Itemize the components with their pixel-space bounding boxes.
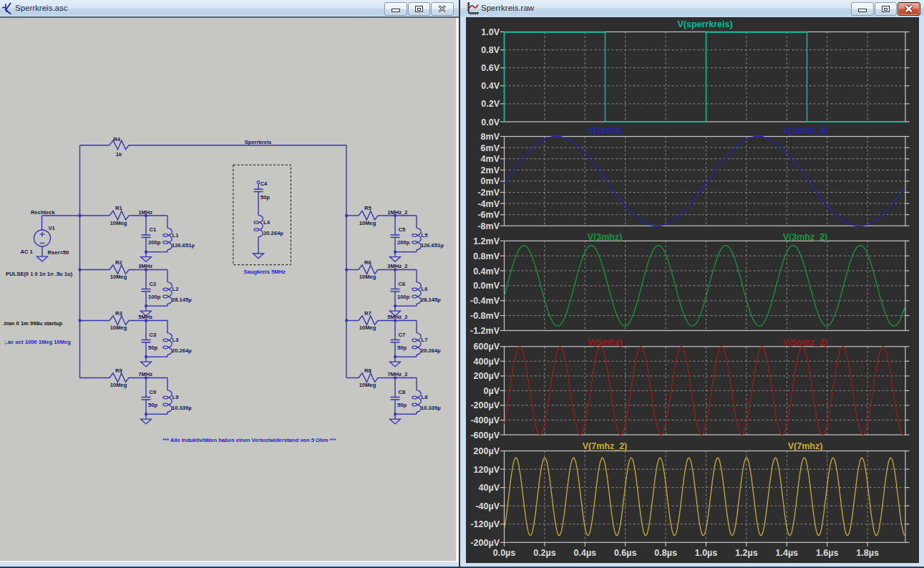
svg-text:C5: C5	[399, 226, 406, 233]
svg-text:200p: 200p	[397, 239, 410, 246]
svg-text:0.6µs: 0.6µs	[614, 548, 637, 558]
svg-text:L4: L4	[263, 219, 271, 226]
svg-text:;.ac oct 1000 1Meg 10Meg: ;.ac oct 1000 1Meg 10Meg	[4, 339, 71, 345]
svg-text:Rser=50: Rser=50	[48, 249, 69, 256]
svg-text:AC 1: AC 1	[21, 249, 34, 255]
svg-text:50p: 50p	[148, 345, 157, 351]
svg-text:-0.8mV: -0.8mV	[470, 311, 500, 321]
svg-text:L8: L8	[422, 394, 428, 400]
svg-text:0.6V: 0.6V	[481, 63, 500, 73]
svg-text:L6: L6	[422, 286, 428, 292]
svg-text:10Meg: 10Meg	[359, 324, 376, 331]
svg-text:8mV: 8mV	[481, 132, 500, 142]
svg-text:PULSE(0 1 0 1n 1n .5u 1u): PULSE(0 1 0 1n 1n .5u 1u)	[6, 271, 73, 277]
svg-text:1.2µs: 1.2µs	[735, 548, 758, 558]
svg-text:C6: C6	[399, 281, 406, 287]
svg-text:1MHz_2: 1MHz_2	[387, 209, 407, 216]
svg-text:6mV: 6mV	[481, 143, 500, 153]
svg-text:0.0V: 0.0V	[481, 117, 500, 127]
svg-text:5MHz: 5MHz	[138, 314, 152, 320]
svg-text:C4: C4	[261, 180, 268, 187]
svg-text:C7: C7	[399, 332, 406, 338]
svg-text:V(7mhz_2): V(7mhz_2)	[583, 441, 628, 451]
svg-text:L1: L1	[172, 232, 180, 239]
svg-text:20.264µ: 20.264µ	[172, 347, 192, 354]
svg-text:L7: L7	[422, 337, 428, 343]
svg-text:1.0V: 1.0V	[481, 27, 500, 37]
svg-text:2mV: 2mV	[481, 165, 500, 175]
svg-text:-1.2mV: -1.2mV	[470, 326, 500, 336]
svg-text:C8: C8	[399, 389, 406, 395]
svg-text:L9: L9	[172, 394, 179, 400]
svg-text:10Meg: 10Meg	[359, 274, 376, 280]
svg-text:0µV: 0µV	[484, 386, 500, 396]
svg-text:200µV: 200µV	[474, 446, 500, 456]
svg-text:-400µV: -400µV	[470, 415, 500, 425]
svg-text:V(1mhz): V(1mhz)	[588, 125, 623, 135]
svg-text:10.339µ: 10.339µ	[421, 405, 441, 411]
svg-text:200p: 200p	[148, 239, 161, 246]
svg-text:L3: L3	[172, 337, 179, 343]
svg-text:50p: 50p	[397, 345, 407, 351]
svg-text:400µV: 400µV	[474, 357, 500, 367]
svg-text:V(1mhz_2): V(1mhz_2)	[783, 125, 828, 135]
svg-text:100p: 100p	[397, 294, 410, 300]
svg-text:7MHz_2: 7MHz_2	[387, 371, 407, 377]
svg-text:C1: C1	[150, 226, 157, 233]
svg-text:126.651µ: 126.651µ	[172, 242, 195, 249]
svg-text:0.4V: 0.4V	[481, 81, 500, 91]
svg-text:0mV: 0mV	[481, 176, 500, 186]
svg-text:-8mV: -8mV	[477, 221, 500, 231]
svg-text:10.339µ: 10.339µ	[172, 405, 192, 411]
svg-text:0.2µs: 0.2µs	[533, 548, 556, 558]
svg-text:*** Alle Induktivitäten haben: *** Alle Induktivitäten haben einen Verl…	[162, 437, 336, 443]
svg-text:-6mV: -6mV	[477, 210, 500, 220]
svg-text:L2: L2	[172, 286, 179, 292]
svg-text:1k: 1k	[116, 151, 122, 158]
svg-text:28.145µ: 28.145µ	[172, 297, 192, 303]
svg-text:C2: C2	[150, 281, 157, 287]
svg-text:10Meg: 10Meg	[359, 382, 376, 388]
svg-text:20.264µ: 20.264µ	[421, 347, 441, 354]
svg-text:0.8mV: 0.8mV	[473, 251, 500, 261]
svg-text:0.4mV: 0.4mV	[473, 266, 500, 276]
svg-text:1.0µs: 1.0µs	[695, 548, 718, 558]
svg-text:20.264µ: 20.264µ	[263, 230, 283, 236]
svg-text:126.651µ: 126.651µ	[421, 242, 444, 249]
svg-text:1.4µs: 1.4µs	[776, 548, 799, 558]
svg-text:C9: C9	[150, 389, 157, 395]
svg-text:1MHz: 1MHz	[138, 209, 152, 216]
svg-text:1.8µs: 1.8µs	[856, 548, 879, 558]
svg-text:10Meg: 10Meg	[110, 220, 127, 226]
svg-text:-0.4mV: -0.4mV	[470, 296, 500, 306]
svg-text:V(5mhz): V(5mhz)	[588, 337, 623, 347]
svg-text:10Meg: 10Meg	[359, 220, 376, 226]
svg-text:-120µV: -120µV	[470, 519, 500, 529]
svg-text:3MHz: 3MHz	[138, 263, 152, 269]
svg-text:R3: R3	[115, 310, 122, 317]
svg-text:120µV: 120µV	[474, 465, 500, 475]
svg-text:V(3mhz_2): V(3mhz_2)	[783, 232, 828, 242]
svg-text:5MHz_2: 5MHz_2	[387, 314, 407, 320]
svg-text:40µV: 40µV	[479, 483, 500, 493]
svg-text:V1: V1	[48, 225, 55, 231]
svg-text:50p: 50p	[261, 194, 270, 201]
svg-text:R1: R1	[115, 205, 122, 211]
svg-text:-200µV: -200µV	[470, 400, 500, 410]
svg-text:200µV: 200µV	[474, 371, 500, 381]
svg-text:600µV: 600µV	[474, 342, 500, 352]
svg-text:4mV: 4mV	[481, 154, 500, 164]
svg-text:Sperrkreis: Sperrkreis	[245, 139, 272, 145]
svg-text:-40µV: -40µV	[475, 501, 500, 511]
svg-text:0.8µs: 0.8µs	[654, 548, 677, 558]
svg-text:50p: 50p	[397, 402, 407, 408]
svg-text:10Meg: 10Meg	[110, 382, 127, 388]
svg-text:0.4µs: 0.4µs	[574, 548, 597, 558]
svg-text:100p: 100p	[148, 294, 161, 300]
svg-text:.tran 0 1m 998u startup: .tran 0 1m 998u startup	[3, 320, 62, 327]
svg-text:1.6µs: 1.6µs	[816, 548, 839, 558]
svg-text:C3: C3	[150, 332, 157, 338]
svg-text:50p: 50p	[148, 402, 157, 408]
svg-text:Rechteck: Rechteck	[31, 209, 56, 216]
svg-text:28.145µ: 28.145µ	[421, 297, 441, 303]
